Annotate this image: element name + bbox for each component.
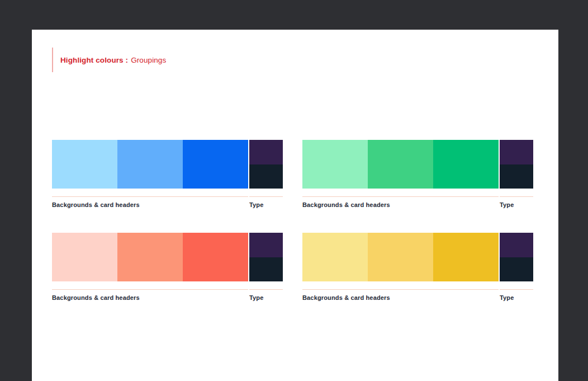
swatch bbox=[117, 233, 183, 281]
header-accent-line bbox=[52, 48, 53, 72]
type-label-divider: Type bbox=[249, 196, 283, 208]
page-subtitle: Groupings bbox=[131, 56, 166, 64]
background-swatches bbox=[52, 140, 248, 189]
label-row: Backgrounds & card headers Type bbox=[302, 196, 533, 208]
swatch bbox=[368, 233, 433, 281]
type-label-divider: Type bbox=[249, 289, 283, 301]
swatch bbox=[433, 233, 499, 281]
group-label-type: Type bbox=[249, 294, 283, 301]
swatch bbox=[183, 233, 248, 281]
group-label-type: Type bbox=[500, 294, 533, 301]
page-title: Highlight colours : bbox=[60, 56, 128, 64]
backgrounds-label-divider: Backgrounds & card headers bbox=[302, 289, 499, 301]
group-label-backgrounds: Backgrounds & card headers bbox=[52, 201, 248, 208]
type-swatches bbox=[249, 233, 283, 281]
page-header: Highlight colours : Groupings bbox=[52, 48, 166, 72]
swatch bbox=[117, 140, 183, 189]
type-swatch bbox=[500, 257, 533, 282]
label-row: Backgrounds & card headers Type bbox=[302, 289, 533, 301]
type-swatches bbox=[249, 140, 283, 189]
type-swatch bbox=[500, 140, 533, 164]
label-row: Backgrounds & card headers Type bbox=[52, 289, 283, 301]
swatch bbox=[368, 140, 433, 189]
group-label-backgrounds: Backgrounds & card headers bbox=[52, 294, 248, 301]
swatch bbox=[52, 140, 117, 189]
palette-group: Backgrounds & card headers Type bbox=[52, 233, 283, 301]
backgrounds-label-divider: Backgrounds & card headers bbox=[52, 289, 248, 301]
swatch-row bbox=[302, 233, 533, 281]
swatch-row bbox=[302, 140, 533, 189]
group-label-backgrounds: Backgrounds & card headers bbox=[302, 201, 499, 208]
palette-group: Backgrounds & card headers Type bbox=[302, 140, 533, 208]
swatch bbox=[302, 233, 368, 281]
type-label-divider: Type bbox=[500, 289, 533, 301]
background-swatches bbox=[52, 233, 248, 281]
type-swatches bbox=[500, 140, 533, 189]
background-swatches bbox=[302, 233, 499, 281]
swatch-row bbox=[52, 140, 283, 189]
type-swatch bbox=[500, 164, 533, 189]
backgrounds-label-divider: Backgrounds & card headers bbox=[52, 196, 248, 208]
content-panel: Highlight colours : Groupings Background… bbox=[32, 30, 558, 381]
background-swatches bbox=[302, 140, 499, 189]
type-swatch bbox=[249, 140, 283, 164]
label-row: Backgrounds & card headers Type bbox=[52, 196, 283, 208]
palette-group: Backgrounds & card headers Type bbox=[52, 140, 283, 208]
type-label-divider: Type bbox=[500, 196, 533, 208]
type-swatch bbox=[249, 233, 283, 257]
backgrounds-label-divider: Backgrounds & card headers bbox=[302, 196, 499, 208]
swatch-row bbox=[52, 233, 283, 281]
type-swatch bbox=[249, 257, 283, 282]
page-background: { "colors": { "canvas_background": "#2E2… bbox=[0, 0, 588, 381]
swatch bbox=[433, 140, 499, 189]
group-label-backgrounds: Backgrounds & card headers bbox=[302, 294, 499, 301]
group-label-type: Type bbox=[500, 201, 533, 208]
group-label-type: Type bbox=[249, 201, 283, 208]
type-swatches bbox=[500, 233, 533, 281]
type-swatch bbox=[500, 233, 533, 257]
palette-grid: Backgrounds & card headers Type Backgrou… bbox=[52, 140, 533, 301]
swatch bbox=[52, 233, 117, 281]
palette-group: Backgrounds & card headers Type bbox=[302, 233, 533, 301]
type-swatch bbox=[249, 164, 283, 189]
swatch bbox=[183, 140, 248, 189]
swatch bbox=[302, 140, 368, 189]
